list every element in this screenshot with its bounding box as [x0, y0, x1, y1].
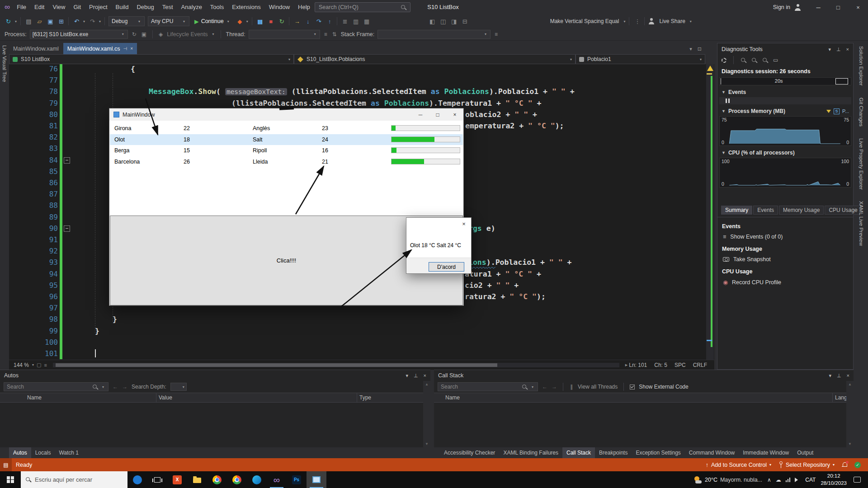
solution-platform-dropdown[interactable]: Any CPU▾ — [148, 16, 189, 26]
memory-section-header[interactable]: Process Memory (MB) — [728, 108, 785, 114]
make-vertical-spacing-equal-button[interactable]: Make Vertical Spacing Equal — [550, 18, 619, 24]
callstack-search-input[interactable]: Search ▾ — [438, 382, 538, 391]
align-rights-icon[interactable]: ◨ — [448, 16, 459, 26]
ide-navigate-icon[interactable]: ↻ — [3, 16, 13, 26]
close-panel-icon[interactable]: × — [847, 373, 849, 379]
list-item[interactable]: Girona22Anglès23 — [110, 123, 463, 134]
type-dropdown[interactable]: S10_ListBox.Poblacions▾ — [294, 54, 576, 64]
panel-tab-output[interactable]: Output — [793, 447, 817, 458]
diag-tab-memory-usage[interactable]: Memory Usage — [779, 206, 824, 215]
minimize-button[interactable]: ─ — [808, 0, 828, 14]
scroll-right-icon[interactable]: ▸ — [625, 362, 628, 368]
settings-gear-icon[interactable] — [722, 58, 726, 63]
hidden-icons-chevron-icon[interactable]: ∧ — [767, 477, 771, 483]
quick-search-box[interactable]: Search (Ctrl+Q) — [315, 2, 410, 12]
panel-tab-autos[interactable]: Autos — [9, 447, 31, 458]
step-over-icon[interactable]: ↷ — [313, 16, 324, 26]
pin-icon[interactable]: ⊥ — [836, 47, 841, 52]
lifecycle-events-button[interactable]: Lifecycle Events — [167, 31, 208, 38]
search-forward-icon[interactable]: → — [552, 384, 557, 390]
uncomment-icon[interactable]: ▦ — [361, 16, 372, 26]
dock-tab-xaml-live-preview[interactable]: XAML Live Preview — [859, 201, 864, 246]
align-lefts-icon[interactable]: ◧ — [427, 16, 437, 26]
menu-edit[interactable]: Edit — [30, 4, 48, 10]
line-indicator[interactable]: Ln: 101 — [629, 362, 647, 368]
visual-studio-icon[interactable]: ∞ — [267, 471, 287, 488]
column-header-type[interactable]: Type — [357, 393, 371, 402]
pin-icon[interactable]: ⊥ — [414, 373, 418, 379]
window-position-icon[interactable]: ▾ — [828, 47, 831, 52]
notifications-bell-icon[interactable] — [842, 462, 847, 467]
close-button[interactable]: × — [848, 0, 868, 14]
pin-icon[interactable]: ⊣ — [123, 46, 127, 51]
break-event-marker-icon[interactable] — [726, 99, 730, 103]
lifecycle-events-icon[interactable]: ◈ — [158, 31, 164, 38]
filter-icon[interactable] — [826, 110, 831, 113]
memory-filter-more[interactable]: P... — [842, 108, 849, 114]
pin-icon[interactable]: ⊥ — [837, 373, 841, 379]
hot-reload-icon[interactable]: ◆ — [234, 16, 245, 26]
photoshop-icon[interactable]: Ps — [287, 471, 307, 488]
cpu-section-header[interactable]: CPU (% of all processors) — [728, 150, 795, 156]
column-header-value[interactable]: Value — [156, 393, 172, 402]
panel-tab-watch-1[interactable]: Watch 1 — [55, 447, 83, 458]
refresh-process-icon[interactable]: ↻ — [131, 31, 137, 38]
stop-debugging-icon[interactable]: ■ — [265, 16, 276, 26]
tab-mainwindow.xaml[interactable]: MainWindow.xaml — [9, 43, 63, 54]
app-maximize-button[interactable]: □ — [429, 108, 446, 121]
collapse-triangle-icon[interactable]: ▼ — [722, 90, 726, 94]
health-indicator-icon[interactable]: ▢ — [37, 362, 41, 368]
flag-threads-icon[interactable]: ≡ — [323, 31, 328, 38]
zoom-out-icon[interactable] — [762, 57, 768, 63]
search-forward-icon[interactable]: → — [122, 384, 127, 390]
summary-link[interactable]: Take Snapshot — [723, 256, 849, 263]
collapse-triangle-icon[interactable]: ▼ — [722, 109, 726, 113]
taskbar-search-box[interactable]: Escriu aquí per cercar — [21, 471, 127, 488]
panel-tab-breakpoints[interactable]: Breakpoints — [595, 447, 632, 458]
code-line[interactable]: ions).Poblacio1 + " " + — [468, 257, 572, 268]
menu-git[interactable]: Git — [69, 4, 85, 10]
weather-widget[interactable]: 20°C Mayorm. nubla... — [694, 476, 762, 484]
dialog-close-icon[interactable]: × — [457, 218, 471, 230]
collapse-region-icon[interactable]: − — [64, 225, 70, 232]
language-indicator[interactable]: CAT — [805, 477, 816, 483]
code-line[interactable]: (llistaPoblacions.SelectedItem as Poblac… — [231, 98, 541, 109]
details-icon[interactable]: ≡ — [44, 362, 47, 368]
menu-debug[interactable]: Debug — [132, 4, 158, 10]
save-all-icon[interactable]: ⊞ — [56, 16, 66, 26]
action-center-icon[interactable] — [854, 477, 861, 483]
tab-mainwindow.xaml.cs[interactable]: MainWindow.xaml.cs⊣× — [63, 43, 137, 54]
close-tab-icon[interactable]: × — [130, 46, 133, 51]
process-dropdown[interactable]: [6312] S10 ListBox.exe▾ — [30, 30, 128, 39]
edge-icon[interactable] — [247, 471, 267, 488]
autos-search-input[interactable]: Search ▾ — [4, 382, 108, 391]
code-line[interactable]: atura1 + " °C " + — [465, 268, 541, 280]
events-section-header[interactable]: Events — [728, 89, 746, 95]
menu-window[interactable]: Window — [265, 4, 294, 10]
continue-button[interactable]: ▶Continue▾ — [191, 16, 234, 27]
app-minimize-button[interactable]: ─ — [412, 108, 429, 121]
message-box-title-bar[interactable]: × — [406, 218, 471, 230]
panel-tab-exception-settings[interactable]: Exception Settings — [632, 447, 684, 458]
panel-tab-call-stack[interactable]: Call Stack — [562, 447, 595, 458]
list-item[interactable]: Berga15Ripoll16 — [110, 145, 463, 156]
step-out-icon[interactable]: ↑ — [324, 16, 335, 26]
code-line[interactable]: rgs e) — [468, 223, 495, 234]
window-position-icon[interactable]: ▾ — [406, 373, 408, 379]
menu-build[interactable]: Build — [112, 4, 133, 10]
chrome-profile-icon[interactable] — [227, 471, 247, 488]
editor-horizontal-scrollbar[interactable] — [53, 363, 619, 367]
mainwindow-app-window[interactable]: MainWindow ─ □ × Girona22Anglès23Olot18S… — [109, 108, 464, 306]
find-in-files-icon[interactable]: ≣ — [340, 16, 350, 26]
taskbar-clock[interactable]: 20:12 28/10/2023 — [821, 473, 847, 487]
code-line[interactable]: emperatura2 + " °C "); — [465, 120, 564, 131]
code-line[interactable]: { — [131, 64, 135, 75]
member-dropdown[interactable]: Poblacio1▾ — [576, 54, 705, 64]
dock-tab-live-property-explorer[interactable]: Live Property Explorer — [859, 138, 864, 190]
close-panel-icon[interactable]: × — [424, 373, 426, 379]
code-line[interactable]: } — [113, 314, 117, 325]
zoom-in-icon[interactable] — [751, 57, 757, 63]
dropdown-caret-icon[interactable]: ▾ — [14, 19, 18, 23]
live-share-icon[interactable] — [648, 18, 655, 24]
undo-icon[interactable]: ↶ — [71, 16, 81, 26]
